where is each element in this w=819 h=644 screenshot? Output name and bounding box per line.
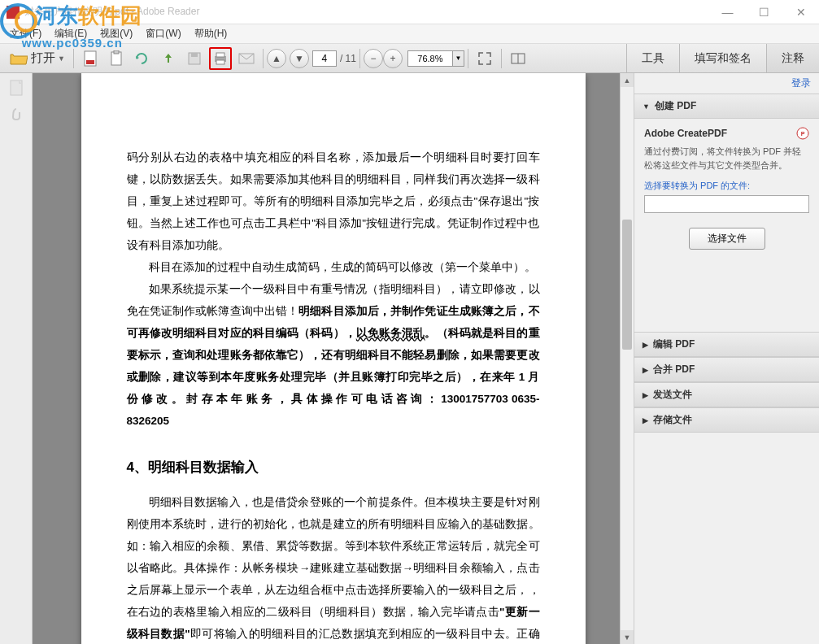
tab-tools[interactable]: 工具	[626, 44, 679, 72]
select-file-label: 选择要转换为 PDF 的文件:	[644, 180, 809, 192]
save-icon	[187, 51, 202, 66]
app-icon	[7, 6, 20, 19]
document-viewer: 码分别从右边的表格中填充相应的科目名称，添加最后一个明细科目时要打回车键，以防数…	[33, 73, 634, 644]
toolbar: 打开 ▼ ▲ ▼ / 11 − + ▼ 工具 填写和签名 注释	[0, 44, 819, 73]
svg-text:P: P	[801, 131, 805, 137]
fit-page-button[interactable]	[473, 47, 496, 70]
print-button[interactable]	[209, 47, 232, 70]
email-button[interactable]	[235, 47, 258, 70]
left-nav-strip	[0, 73, 33, 644]
panel-header-store-file[interactable]: ▶存储文件	[634, 407, 819, 433]
paragraph: 明细科目数据输入，也是借贷余登账的一个前提条件。但本模块主要是针对刚刚使用本系统…	[127, 491, 540, 644]
panel-header-merge-pdf[interactable]: ▶合并 PDF	[634, 357, 819, 382]
menu-help[interactable]: 帮助(H)	[188, 25, 234, 42]
pdf-badge-icon: P	[796, 127, 809, 140]
pdf-page: 码分别从右边的表格中填充相应的科目名称，添加最后一个明细科目时要打回车键，以防数…	[81, 73, 586, 644]
clipboard-button[interactable]	[105, 47, 128, 70]
upload-button[interactable]	[157, 47, 180, 70]
paragraph: 如果系统提示某一个一级科目中有重号情况（指明细科目），请立即修改，以免在凭证制作…	[127, 278, 540, 432]
read-mode-button[interactable]	[507, 47, 529, 70]
cloud-upload-icon	[161, 51, 176, 66]
menu-window[interactable]: 窗口(W)	[139, 25, 187, 42]
page-down-button[interactable]: ▼	[290, 49, 309, 68]
page-number-input[interactable]	[312, 50, 337, 67]
folder-open-icon	[10, 51, 28, 66]
attachments-icon[interactable]	[8, 107, 24, 124]
panel-header-edit-pdf[interactable]: ▶编辑 PDF	[634, 332, 819, 357]
window-titlebar: 财务用户操作说明书.pdf - Adobe Reader — ☐ ✕	[0, 0, 819, 24]
tab-comment[interactable]: 注释	[766, 44, 819, 72]
select-file-button[interactable]: 选择文件	[689, 228, 765, 250]
vertical-scrollbar[interactable]: ▲ ▼	[620, 73, 634, 644]
clipboard-icon	[109, 50, 124, 67]
menu-file[interactable]: 文件(F)	[3, 25, 48, 42]
zoom-out-button[interactable]: −	[364, 49, 383, 68]
expand-icon	[478, 52, 491, 65]
right-panel: 登录 ▼创建 PDF Adobe CreatePDF P 通过付费订阅，将文件转…	[634, 73, 819, 644]
close-button[interactable]: ✕	[782, 0, 819, 24]
svg-rect-8	[216, 60, 224, 64]
page-total-label: / 11	[340, 53, 356, 64]
page-thumbnails-icon[interactable]	[8, 80, 24, 98]
svg-rect-7	[216, 53, 224, 57]
svg-rect-1	[86, 60, 94, 64]
zoom-dropdown-button[interactable]: ▼	[453, 50, 464, 67]
convert-button[interactable]	[131, 47, 154, 70]
scroll-down-button[interactable]: ▼	[621, 630, 634, 644]
zoom-in-button[interactable]: +	[383, 49, 403, 68]
maximize-button[interactable]: ☐	[746, 0, 782, 24]
panel-body-create-pdf: Adobe CreatePDF P 通过付费订阅，将文件转换为 PDF 并轻松将…	[634, 119, 819, 264]
login-link[interactable]: 登录	[634, 73, 819, 94]
convert-icon	[134, 51, 150, 66]
open-button[interactable]: 打开 ▼	[5, 47, 70, 70]
window-title: 财务用户操作说明书.pdf - Adobe Reader	[24, 5, 199, 19]
file-path-input[interactable]	[644, 195, 809, 213]
save-button[interactable]	[183, 47, 206, 70]
page-up-button[interactable]: ▲	[267, 49, 286, 68]
menu-edit[interactable]: 编辑(E)	[48, 25, 94, 42]
panel-header-create-pdf[interactable]: ▼创建 PDF	[634, 94, 819, 119]
menubar: 文件(F) 编辑(E) 视图(V) 窗口(W) 帮助(H)	[0, 24, 819, 44]
minimize-button[interactable]: —	[709, 0, 746, 24]
section-heading: 4、明细科目数据输入	[127, 458, 540, 476]
create-pdf-button[interactable]	[79, 47, 102, 70]
printer-icon	[212, 51, 229, 66]
document-icon	[83, 50, 98, 67]
zoom-level-input[interactable]	[407, 50, 453, 67]
menu-view[interactable]: 视图(V)	[94, 25, 139, 42]
svg-rect-3	[114, 50, 119, 54]
envelope-icon	[238, 53, 255, 64]
tab-sign[interactable]: 填写和签名	[679, 44, 766, 72]
create-pdf-description: 通过付费订阅，将文件转换为 PDF 并轻松将这些文件与其它文件类型合并。	[644, 145, 809, 172]
paragraph: 科目在添加的过程中自动生成简码，生成的简码可以修改（第一个菜单中）。	[127, 256, 540, 278]
create-pdf-title: Adobe CreatePDF	[644, 128, 727, 139]
paragraph: 码分别从右边的表格中填充相应的科目名称，添加最后一个明细科目时要打回车键，以防数…	[127, 146, 540, 256]
panel-header-send-file[interactable]: ▶发送文件	[634, 382, 819, 407]
scroll-up-button[interactable]: ▲	[621, 73, 634, 87]
scrollbar-thumb[interactable]	[622, 220, 632, 350]
page-navigation: ▲ ▼ / 11	[267, 49, 356, 68]
svg-rect-5	[191, 53, 198, 57]
read-icon	[511, 53, 525, 64]
